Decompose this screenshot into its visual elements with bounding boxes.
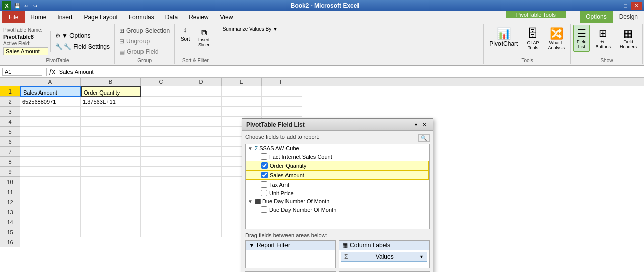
cell-f1[interactable] bbox=[262, 86, 302, 97]
row-num-11[interactable]: 11 bbox=[0, 187, 20, 197]
cell-b2[interactable]: 1.37563E+11 bbox=[81, 97, 141, 107]
list-item[interactable]: Sales Amount bbox=[246, 170, 429, 180]
list-item[interactable]: Fact Internet Sales Count bbox=[246, 152, 429, 161]
row-num-7[interactable]: 7 bbox=[0, 147, 20, 157]
unit-price-checkbox[interactable] bbox=[261, 190, 267, 196]
row-num-13[interactable]: 13 bbox=[0, 207, 20, 217]
cell-a2[interactable]: 65256880971 bbox=[20, 97, 81, 107]
due-day-expand-icon[interactable]: ▼ bbox=[248, 199, 255, 204]
row-num-2[interactable]: 2 bbox=[0, 97, 20, 107]
field-list-button[interactable]: ☰ Field List bbox=[573, 25, 590, 52]
list-item[interactable]: Due Day Number Of Month bbox=[246, 205, 429, 214]
cell-b1[interactable]: Order Quantity bbox=[81, 86, 141, 97]
pivot-panel-close-btn[interactable]: ✕ bbox=[420, 121, 428, 128]
tab-view[interactable]: View bbox=[214, 11, 239, 23]
sales-amount-checkbox[interactable] bbox=[261, 172, 268, 178]
insert-slicer-button[interactable]: ⧉ Insert Slicer bbox=[195, 26, 213, 50]
field-headers-button[interactable]: ▦ Field Headers bbox=[616, 25, 640, 52]
table-row bbox=[20, 107, 644, 117]
tab-home[interactable]: Home bbox=[25, 11, 52, 23]
cell-c1[interactable] bbox=[141, 86, 181, 97]
column-values-dropdown[interactable]: ▼ bbox=[419, 254, 424, 259]
sort-button[interactable]: Sort bbox=[178, 35, 193, 43]
list-item[interactable]: ▼ Σ SSAS AW Cube bbox=[246, 144, 429, 152]
tab-page-layout[interactable]: Page Layout bbox=[78, 11, 123, 23]
name-box[interactable] bbox=[2, 68, 42, 76]
what-if-button[interactable]: 🔀 What-If Analysis bbox=[544, 25, 568, 53]
report-filter-area[interactable]: ▼ Report Filter bbox=[245, 240, 336, 268]
active-field-input[interactable] bbox=[3, 47, 48, 55]
row-num-10[interactable]: 10 bbox=[0, 177, 20, 187]
list-item[interactable]: Order Quantity bbox=[246, 161, 429, 170]
cell-a3[interactable] bbox=[20, 107, 81, 117]
due-day-checkbox[interactable] bbox=[261, 206, 267, 213]
cell-a1[interactable]: Sales Amount bbox=[20, 86, 81, 97]
tab-file[interactable]: File bbox=[2, 11, 25, 23]
col-header-a[interactable]: A bbox=[20, 78, 81, 86]
maximize-btn[interactable]: □ bbox=[621, 2, 630, 10]
row-num-5[interactable]: 5 bbox=[0, 127, 20, 137]
pivot-chart-button[interactable]: 📊 PivotChart bbox=[486, 25, 521, 50]
col-header-b[interactable]: B bbox=[81, 78, 141, 86]
cell-d2[interactable] bbox=[181, 97, 222, 107]
col-header-d[interactable]: D bbox=[181, 78, 222, 86]
undo-quick-btn[interactable]: ↩ bbox=[22, 2, 30, 10]
row-num-8[interactable]: 8 bbox=[0, 157, 20, 167]
cell-c2[interactable] bbox=[141, 97, 181, 107]
tab-design[interactable]: Design bbox=[613, 11, 644, 23]
options-button[interactable]: ⚙ ▼ Options bbox=[53, 31, 112, 41]
plus-minus-button[interactable]: ⊞ +/- Buttons bbox=[592, 25, 614, 52]
field-settings-button[interactable]: 🔧 🔧 Field Settings bbox=[53, 42, 112, 52]
pivot-field-list-panel: PivotTable Field List ▾ ✕ Choose fields … bbox=[242, 118, 433, 272]
list-item[interactable]: ▼ ⬛ Due Day Number Of Month bbox=[246, 197, 429, 205]
minimize-btn[interactable]: ─ bbox=[610, 2, 620, 10]
col-header-e[interactable]: E bbox=[222, 78, 262, 86]
column-values-tag[interactable]: Σ Values ▼ bbox=[341, 252, 427, 262]
sort-az-icon: ↕ bbox=[184, 26, 187, 34]
row-num-14[interactable]: 14 bbox=[0, 217, 20, 227]
col-header-c[interactable]: C bbox=[141, 78, 181, 86]
row-num-9[interactable]: 9 bbox=[0, 167, 20, 177]
cell-f2[interactable] bbox=[262, 97, 302, 107]
row-num-15[interactable]: 15 bbox=[0, 227, 20, 237]
row-num-6[interactable]: 6 bbox=[0, 137, 20, 147]
pivot-fields-list[interactable]: ▼ Σ SSAS AW Cube Fact Internet Sales Cou… bbox=[245, 144, 430, 229]
cell-e2[interactable] bbox=[222, 97, 262, 107]
tab-insert[interactable]: Insert bbox=[52, 11, 78, 23]
row-num-1[interactable]: 1 bbox=[0, 86, 20, 97]
ungroup-button[interactable]: ⊟ Ungroup bbox=[117, 36, 172, 46]
pivot-panel-dropdown-btn[interactable]: ▾ bbox=[413, 121, 419, 128]
olap-tools-button[interactable]: 🗄 OLAP Tools bbox=[523, 25, 542, 53]
col-header-f[interactable]: F bbox=[262, 78, 302, 86]
cell-e1[interactable] bbox=[222, 86, 262, 97]
list-item[interactable]: Unit Price bbox=[246, 189, 429, 197]
formula-input[interactable] bbox=[57, 69, 642, 75]
tax-amt-checkbox[interactable] bbox=[261, 181, 267, 188]
order-quantity-checkbox[interactable] bbox=[261, 162, 268, 169]
column-labels-area[interactable]: ▦ Column Labels Σ Values ▼ bbox=[339, 240, 430, 268]
row-num-3[interactable]: 3 bbox=[0, 107, 20, 117]
drag-fields-label: Drag fields between areas below: bbox=[245, 232, 430, 238]
field-list-search-btn[interactable]: 🔍 bbox=[418, 134, 430, 142]
cell-d1[interactable] bbox=[181, 86, 222, 97]
close-btn[interactable]: ✕ bbox=[631, 2, 642, 10]
tab-options[interactable]: Options bbox=[580, 11, 612, 23]
summarize-values-button[interactable]: Summarize Values By ▼ bbox=[220, 25, 481, 33]
excel-logo-icon: X bbox=[2, 1, 11, 10]
sigma-icon: Σ bbox=[255, 146, 258, 151]
fact-sales-count-checkbox[interactable] bbox=[261, 153, 267, 160]
save-quick-btn[interactable]: 💾 bbox=[13, 2, 21, 10]
group-selection-button[interactable]: ⊞ Group Selection bbox=[117, 26, 172, 36]
tab-formulas[interactable]: Formulas bbox=[123, 11, 160, 23]
expand-icon[interactable]: ▼ bbox=[248, 146, 255, 151]
field-list-label2: List bbox=[578, 44, 585, 49]
pivottable-name-area: PivotTable Name: PivotTable8 Active Fiel… bbox=[3, 27, 48, 55]
row-num-12[interactable]: 12 bbox=[0, 197, 20, 207]
row-num-16[interactable]: 16 bbox=[0, 237, 20, 247]
redo-quick-btn[interactable]: ↪ bbox=[31, 2, 39, 10]
row-num-4[interactable]: 4 bbox=[0, 117, 20, 127]
tab-data[interactable]: Data bbox=[160, 11, 183, 23]
tab-review[interactable]: Review bbox=[183, 11, 214, 23]
group-field-button[interactable]: ▤ Group Field bbox=[117, 47, 172, 57]
list-item[interactable]: Tax Amt bbox=[246, 180, 429, 189]
